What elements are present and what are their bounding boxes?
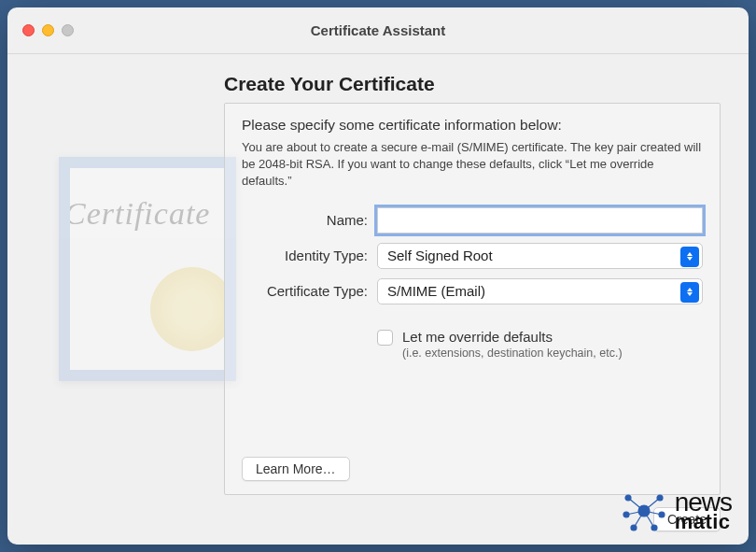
traffic-lights [22,24,74,36]
override-sublabel: (i.e. extensions, destination keychain, … [402,347,623,360]
chevron-updown-icon [680,282,699,303]
minimize-icon[interactable] [42,24,54,36]
certificate-type-row: Certificate Type: S/MIME (Email) [242,278,703,304]
identity-type-select[interactable]: Self Signed Root [377,243,703,269]
chevron-updown-icon [680,247,699,267]
identity-type-label: Identity Type: [242,248,377,263]
page-title: Create Your Certificate [224,73,721,95]
name-field[interactable] [377,207,703,234]
form-container: Please specify some certificate informat… [224,103,721,495]
override-checkbox[interactable] [377,330,393,346]
instruction-subtitle: You are about to create a secure e-mail … [242,139,703,191]
main-panel: Create Your Certificate Please specify s… [213,64,749,545]
override-texts: Let me override defaults (i.e. extension… [402,329,623,360]
certificate-type-label: Certificate Type: [242,283,377,299]
close-icon[interactable] [22,24,35,36]
certificate-icon [59,157,236,381]
content-area: Create Your Certificate Please specify s… [7,54,749,545]
identity-type-value: Self Signed Root [387,248,493,263]
certificate-type-value: S/MIME (Email) [387,283,485,299]
learn-more-button[interactable]: Learn More… [242,457,350,481]
override-label: Let me override defaults [402,329,623,345]
assistant-window: Certificate Assistant Create Your Certif… [7,7,749,545]
learn-more-wrap: Learn More… [242,457,350,481]
zoom-icon [62,24,74,36]
window-title: Certificate Assistant [22,22,734,38]
certificate-type-select[interactable]: S/MIME (Email) [377,278,703,304]
name-label: Name: [242,212,377,228]
create-wrap: Create [653,507,721,531]
certificate-artwork [7,64,213,545]
titlebar: Certificate Assistant [7,7,749,54]
name-row: Name: [242,207,703,234]
override-row: Let me override defaults (i.e. extension… [242,329,703,360]
identity-type-row: Identity Type: Self Signed Root [242,243,703,269]
create-button[interactable]: Create [653,507,721,531]
instruction-title: Please specify some certificate informat… [242,117,703,134]
